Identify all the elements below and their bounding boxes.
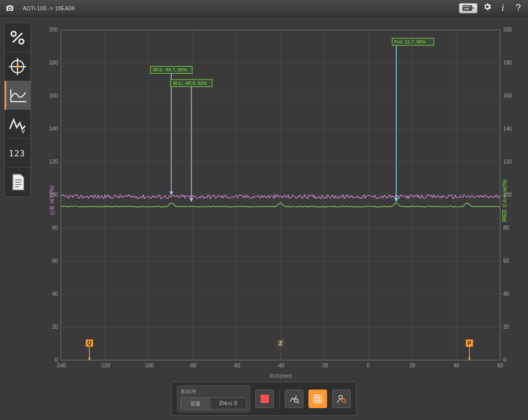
svg-text:120: 120 bbox=[49, 159, 58, 165]
svg-text:140: 140 bbox=[503, 126, 512, 132]
svg-text:160: 160 bbox=[49, 93, 58, 99]
svg-text:200: 200 bbox=[49, 27, 58, 33]
trigger-box: 트리거 없음 Z에서 0 bbox=[177, 385, 250, 412]
svg-text:-100: -100 bbox=[143, 363, 154, 368]
svg-text:60: 60 bbox=[497, 363, 503, 368]
svg-text:40: 40 bbox=[52, 291, 58, 297]
svg-text:140: 140 bbox=[49, 126, 58, 132]
svg-text:v: v bbox=[22, 126, 25, 134]
svg-rect-3 bbox=[466, 6, 467, 7]
svg-line-9 bbox=[13, 33, 22, 42]
svg-text:60: 60 bbox=[503, 258, 509, 264]
camera-icon[interactable] bbox=[4, 3, 15, 14]
svg-text:-140: -140 bbox=[56, 363, 66, 368]
trigger-option-none[interactable]: 없음 bbox=[180, 397, 210, 410]
svg-text:40: 40 bbox=[453, 363, 459, 368]
reset-zoom-button[interactable] bbox=[285, 390, 304, 408]
svg-text:80: 80 bbox=[52, 225, 58, 231]
svg-point-13 bbox=[16, 65, 19, 68]
svg-point-7 bbox=[11, 31, 16, 36]
svg-text:80: 80 bbox=[503, 225, 509, 231]
svg-point-105 bbox=[342, 399, 346, 402]
svg-text:-80: -80 bbox=[189, 363, 196, 368]
tool-notes[interactable] bbox=[5, 168, 30, 197]
tool-crosshair[interactable] bbox=[5, 52, 30, 81]
topbar: ADTi-100 -> 18EA06 i ? bbox=[0, 0, 528, 17]
svg-text:0: 0 bbox=[503, 357, 506, 363]
tool-digits[interactable]: 123 bbox=[5, 139, 30, 168]
svg-rect-5 bbox=[469, 6, 470, 7]
device-title: ADTi-100 -> 18EA06 bbox=[23, 5, 75, 11]
svg-rect-99 bbox=[314, 395, 322, 403]
svg-text:-60: -60 bbox=[233, 363, 241, 368]
chart-plot[interactable]: 0020204040606080801001001201201401401601… bbox=[40, 23, 521, 379]
svg-point-104 bbox=[339, 395, 343, 399]
svg-rect-1 bbox=[464, 6, 465, 7]
svg-text:20: 20 bbox=[52, 324, 58, 330]
svg-text:20: 20 bbox=[503, 324, 509, 330]
svg-text:40: 40 bbox=[503, 291, 509, 297]
svg-text:0: 0 bbox=[55, 357, 58, 363]
svg-text:0: 0 bbox=[367, 363, 370, 368]
svg-line-98 bbox=[298, 402, 299, 403]
tool-sidebar: v 123 bbox=[4, 23, 31, 197]
trigger-segmented: 없음 Z에서 0 bbox=[180, 397, 246, 410]
svg-text:20: 20 bbox=[409, 363, 416, 368]
x-axis-label: 위치(mm) bbox=[269, 373, 291, 380]
svg-rect-0 bbox=[463, 5, 472, 11]
svg-text:120: 120 bbox=[503, 159, 512, 165]
svg-text:200: 200 bbox=[503, 27, 512, 33]
svg-text:180: 180 bbox=[49, 60, 58, 66]
svg-text:Pos: 12.7, 92%: Pos: 12.7, 92% bbox=[394, 39, 426, 44]
grid-toggle-button[interactable] bbox=[309, 390, 327, 408]
svg-rect-2 bbox=[465, 6, 466, 7]
svg-text:최소: -80.6, 91%: 최소: -80.6, 91% bbox=[173, 80, 207, 86]
svg-point-8 bbox=[19, 39, 24, 44]
chart-container: 신호 세기(%) IRED 드라이브(%) 002020404060608080… bbox=[40, 23, 521, 379]
tool-percent[interactable] bbox=[5, 23, 30, 52]
trigger-label: 트리거 bbox=[180, 388, 246, 395]
svg-text:P: P bbox=[468, 341, 471, 346]
svg-rect-6 bbox=[465, 8, 469, 9]
bottom-panel: 트리거 없음 Z에서 0 bbox=[171, 382, 356, 416]
svg-text:60: 60 bbox=[52, 258, 58, 264]
stop-button[interactable] bbox=[256, 390, 274, 408]
keyboard-button[interactable] bbox=[459, 3, 477, 13]
svg-text:Q: Q bbox=[87, 341, 91, 346]
y-axis-right-label: IRED 드라이브(%) bbox=[501, 180, 508, 222]
svg-text:-40: -40 bbox=[277, 363, 285, 368]
svg-text:123: 123 bbox=[9, 149, 25, 158]
help-icon[interactable]: ? bbox=[513, 3, 524, 13]
svg-line-106 bbox=[345, 402, 346, 403]
svg-rect-4 bbox=[468, 6, 469, 7]
info-icon[interactable]: i bbox=[497, 3, 508, 13]
tool-line-chart[interactable] bbox=[5, 81, 30, 110]
trigger-option-z0[interactable]: Z에서 0 bbox=[210, 398, 246, 409]
tool-peak[interactable]: v bbox=[5, 110, 30, 139]
svg-text:180: 180 bbox=[503, 60, 512, 66]
y-axis-left-label: 신호 세기(%) bbox=[48, 186, 56, 216]
svg-text:최대: -89.7, 95%: 최대: -89.7, 95% bbox=[153, 67, 187, 72]
svg-text:-120: -120 bbox=[100, 363, 110, 368]
svg-text:-20: -20 bbox=[321, 363, 328, 368]
svg-text:Z: Z bbox=[279, 341, 282, 346]
find-person-button[interactable] bbox=[333, 390, 351, 408]
svg-text:160: 160 bbox=[503, 93, 512, 99]
settings-icon[interactable] bbox=[482, 2, 493, 14]
